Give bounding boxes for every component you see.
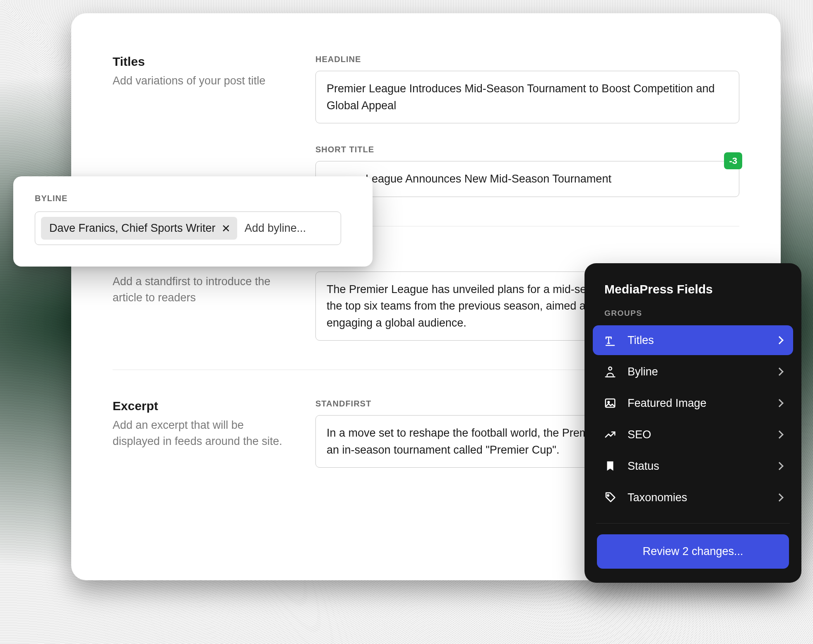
section-heading-excerpt: Excerpt	[113, 399, 291, 413]
review-changes-button[interactable]: Review 2 changes...	[597, 534, 789, 569]
group-label: SEO	[628, 428, 766, 441]
person-icon	[604, 365, 617, 378]
group-label: Taxonomies	[628, 491, 766, 504]
headline-value: Premier League Introduces Mid-Season Tou…	[327, 82, 715, 112]
section-desc-standfirst: Add a standfirst to introduce the articl…	[113, 274, 291, 306]
chevron-right-icon	[775, 399, 784, 407]
chevron-right-icon	[775, 336, 784, 344]
tag-icon	[604, 491, 617, 504]
byline-placeholder: Add byline...	[245, 222, 306, 235]
group-item-byline[interactable]: Byline	[593, 357, 793, 387]
field-label-headline: HEADLINE	[315, 55, 739, 64]
group-item-titles[interactable]: Titles	[593, 325, 793, 355]
group-label: Featured Image	[628, 397, 766, 410]
panel-groups-label: GROUPS	[593, 309, 793, 325]
short-title-value: League Announces New Mid-Season Tourname…	[366, 173, 611, 185]
group-item-featured-image[interactable]: Featured Image	[593, 388, 793, 418]
chevron-right-icon	[775, 493, 784, 502]
byline-chip[interactable]: Dave Franics, Chief Sports Writer ✕	[41, 217, 237, 240]
section-desc-excerpt: Add an excerpt that will be displayed in…	[113, 417, 291, 449]
byline-chip-text: Dave Franics, Chief Sports Writer	[49, 222, 216, 235]
panel-divider	[596, 523, 790, 524]
svg-point-3	[607, 495, 609, 496]
section-heading-titles: Titles	[113, 55, 291, 69]
group-list: Titles Byline Featured Image SEO	[593, 325, 793, 523]
panel-title: MediaPress Fields	[593, 282, 793, 309]
field-headline: HEADLINE Premier League Introduces Mid-S…	[315, 55, 739, 123]
group-label: Titles	[628, 334, 766, 347]
byline-input[interactable]: Dave Franics, Chief Sports Writer ✕ Add …	[35, 211, 341, 245]
field-label-short-title: SHORT TITLE	[315, 145, 739, 154]
short-title-input[interactable]: -3 League Announces New Mid-Season Tourn…	[315, 161, 739, 197]
section-desc-titles: Add variations of your post title	[113, 73, 291, 89]
fields-panel: MediaPress Fields GROUPS Titles Byline F…	[584, 263, 801, 583]
review-button-label: Review 2 changes...	[642, 545, 743, 557]
byline-popover: BYLINE Dave Franics, Chief Sports Writer…	[13, 176, 373, 267]
chevron-right-icon	[775, 368, 784, 376]
group-item-status[interactable]: Status	[593, 451, 793, 481]
svg-point-0	[609, 367, 612, 370]
byline-label: BYLINE	[35, 194, 351, 203]
close-icon[interactable]: ✕	[221, 223, 231, 234]
trend-icon	[604, 428, 617, 441]
image-icon	[604, 396, 617, 410]
char-count-badge: -3	[724, 152, 742, 169]
chevron-right-icon	[775, 430, 784, 439]
group-item-seo[interactable]: SEO	[593, 420, 793, 449]
field-short-title: SHORT TITLE -3 League Announces New Mid-…	[315, 145, 739, 197]
bookmark-icon	[604, 459, 617, 473]
group-item-taxonomies[interactable]: Taxonomies	[593, 483, 793, 512]
headline-input[interactable]: Premier League Introduces Mid-Season Tou…	[315, 71, 739, 123]
group-label: Byline	[628, 365, 766, 378]
chevron-right-icon	[775, 462, 784, 470]
group-label: Status	[628, 460, 766, 473]
svg-point-2	[608, 401, 609, 403]
type-icon	[604, 334, 617, 347]
